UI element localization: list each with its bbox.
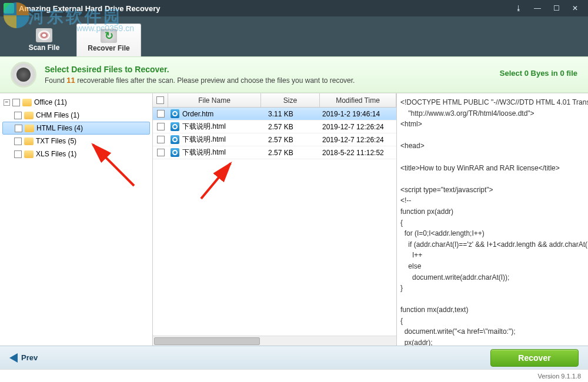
instruction-banner: Select Desired Files to Recover. Found 1… bbox=[0, 56, 588, 93]
scrollbar-thumb[interactable] bbox=[154, 337, 260, 345]
table-row[interactable]: 下载说明.html 2.57 KB 2019-12-7 12:26:24 bbox=[153, 133, 396, 146]
scan-icon bbox=[36, 28, 52, 42]
checkbox[interactable] bbox=[157, 123, 165, 130]
html-file-icon bbox=[171, 109, 179, 118]
app-title: Amazing External Hard Drive Recovery bbox=[19, 4, 509, 13]
cell-name: Order.htm bbox=[182, 110, 213, 118]
tree-item-txt[interactable]: TXT Files (5) bbox=[2, 135, 150, 148]
cell-size: 2.57 KB bbox=[261, 136, 320, 144]
export-icon[interactable]: ⭳ bbox=[509, 2, 528, 14]
banner-disk-icon bbox=[11, 62, 36, 88]
grid-header: File Name Size Modified Time bbox=[153, 93, 396, 108]
checkbox[interactable] bbox=[157, 136, 165, 143]
cell-size: 2.57 KB bbox=[261, 123, 320, 131]
tab-scan-label: Scan File bbox=[29, 43, 60, 52]
tab-recover-label: Recover File bbox=[88, 44, 129, 52]
recover-label: Recover bbox=[518, 353, 550, 363]
banner-count: 11 bbox=[66, 76, 75, 85]
maximize-button[interactable]: ☐ bbox=[547, 2, 566, 14]
cell-modified: 2019-1-2 19:46:14 bbox=[320, 110, 396, 118]
cell-name: 下载说明.html bbox=[182, 148, 226, 158]
checkbox[interactable] bbox=[14, 150, 22, 158]
main-area: − Office (11) CHM Files (1) HTML Files (… bbox=[0, 93, 588, 346]
table-row[interactable]: 下载说明.html 2.57 KB 2019-12-7 12:26:24 bbox=[153, 120, 396, 133]
collapse-toggle[interactable]: − bbox=[4, 99, 10, 106]
cell-size: 2.57 KB bbox=[261, 149, 320, 157]
tab-bar: Scan File Recover File bbox=[0, 16, 588, 56]
folder-icon bbox=[24, 150, 34, 158]
cell-name: 下载说明.html bbox=[182, 122, 226, 132]
banner-text: Select Desired Files to Recover. Found 1… bbox=[45, 65, 355, 85]
folder-icon bbox=[24, 138, 34, 145]
footer-bar: Prev Recover bbox=[0, 346, 588, 369]
tree-item-label: HTML Files (4) bbox=[36, 124, 83, 132]
prev-label: Prev bbox=[21, 353, 38, 362]
checkbox[interactable] bbox=[157, 110, 165, 118]
tree-root-office[interactable]: − Office (11) bbox=[2, 96, 150, 109]
recover-button[interactable]: Recover bbox=[490, 349, 579, 367]
tree-item-label: CHM Files (1) bbox=[36, 111, 79, 119]
folder-icon bbox=[22, 99, 32, 106]
html-file-icon bbox=[171, 135, 179, 144]
tab-scan-file[interactable]: Scan File bbox=[12, 24, 76, 56]
html-file-icon bbox=[171, 148, 179, 157]
col-size[interactable]: Size bbox=[261, 93, 320, 107]
tree-item-label: TXT Files (5) bbox=[36, 137, 76, 145]
banner-headline: Select Desired Files to Recover. bbox=[45, 65, 355, 74]
minimize-button[interactable]: — bbox=[528, 2, 547, 14]
table-row[interactable]: Order.htm 3.11 KB 2019-1-2 19:46:14 bbox=[153, 108, 396, 120]
tree-item-label: XLS Files (1) bbox=[36, 150, 76, 158]
checkbox[interactable] bbox=[14, 138, 22, 145]
titlebar: Amazing External Hard Drive Recovery ⭳ —… bbox=[0, 0, 588, 16]
checkbox[interactable] bbox=[14, 112, 22, 119]
app-icon bbox=[4, 3, 14, 14]
prev-button[interactable]: Prev bbox=[9, 353, 38, 363]
table-row[interactable]: 下载说明.html 2.57 KB 2018-5-22 11:12:52 bbox=[153, 146, 396, 159]
cell-modified: 2018-5-22 11:12:52 bbox=[320, 149, 396, 157]
cell-size: 3.11 KB bbox=[261, 110, 320, 118]
folder-icon bbox=[25, 125, 34, 132]
col-filename[interactable]: File Name bbox=[168, 93, 261, 107]
banner-sub-pre: Found bbox=[45, 76, 66, 85]
preview-pane: <!DOCTYPE HTML PUBLIC "-//W3C//DTD HTML … bbox=[396, 93, 588, 346]
cell-modified: 2019-12-7 12:26:24 bbox=[320, 136, 396, 144]
version-bar: Version 9.1.1.8 bbox=[0, 369, 588, 382]
col-modified[interactable]: Modified Time bbox=[320, 93, 396, 107]
checkbox[interactable] bbox=[15, 125, 22, 132]
horizontal-scrollbar[interactable] bbox=[153, 336, 396, 346]
cell-name: 下载说明.html bbox=[182, 135, 226, 145]
tab-recover-file[interactable]: Recover File bbox=[76, 24, 141, 56]
arrow-left-icon bbox=[9, 353, 18, 363]
close-button[interactable]: ✕ bbox=[566, 2, 584, 14]
recover-icon bbox=[101, 29, 117, 43]
file-list: File Name Size Modified Time Order.htm 3… bbox=[153, 93, 396, 346]
file-type-tree: − Office (11) CHM Files (1) HTML Files (… bbox=[0, 93, 153, 346]
tree-item-xls[interactable]: XLS Files (1) bbox=[2, 148, 150, 160]
folder-icon bbox=[24, 112, 34, 119]
version-text: Version 9.1.1.8 bbox=[538, 373, 581, 380]
banner-sub-post: recoverable files after the scan. Please… bbox=[75, 76, 355, 85]
window-controls: ⭳ — ☐ ✕ bbox=[509, 2, 584, 14]
checkbox[interactable] bbox=[156, 96, 164, 104]
checkbox[interactable] bbox=[157, 149, 165, 156]
checkbox[interactable] bbox=[12, 99, 20, 106]
select-all-checkbox-header[interactable] bbox=[153, 93, 168, 107]
cell-modified: 2019-12-7 12:26:24 bbox=[320, 123, 396, 131]
banner-subtext: Found 11 recoverable files after the sca… bbox=[45, 76, 355, 85]
tree-item-html[interactable]: HTML Files (4) bbox=[2, 122, 150, 135]
tree-root-label: Office (11) bbox=[34, 98, 67, 106]
html-file-icon bbox=[171, 122, 179, 131]
selection-summary: Select 0 Byes in 0 file bbox=[500, 69, 577, 78]
grid-body: Order.htm 3.11 KB 2019-1-2 19:46:14 下载说明… bbox=[153, 108, 396, 336]
tree-item-chm[interactable]: CHM Files (1) bbox=[2, 109, 150, 122]
